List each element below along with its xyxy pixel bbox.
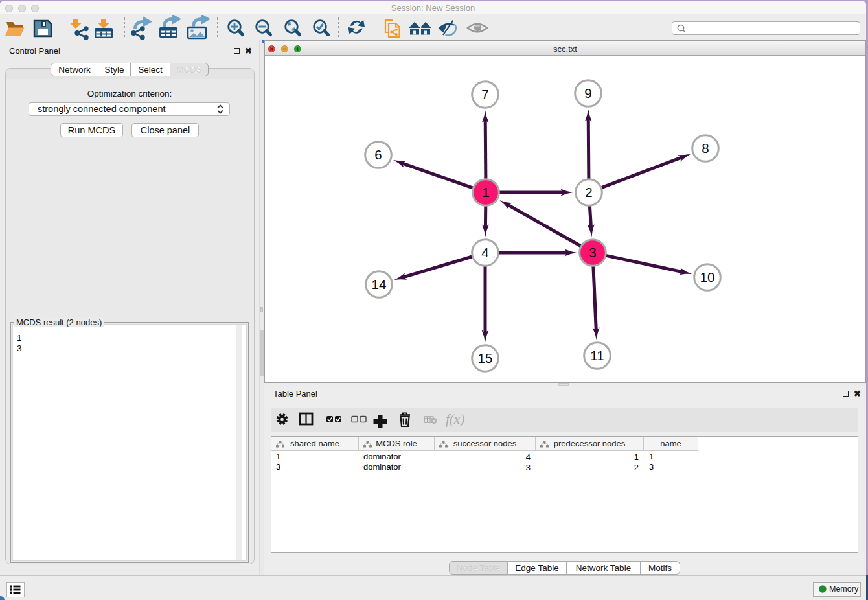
svg-text:7: 7 <box>481 87 488 102</box>
svg-text:6: 6 <box>374 147 382 162</box>
svg-text:10: 10 <box>700 270 715 284</box>
svg-text:14: 14 <box>372 277 387 292</box>
svg-text:2: 2 <box>585 185 592 200</box>
svg-text:8: 8 <box>702 141 709 156</box>
svg-text:15: 15 <box>478 351 493 365</box>
svg-text:4: 4 <box>481 245 488 260</box>
svg-text:9: 9 <box>584 86 591 100</box>
svg-text:1: 1 <box>482 185 489 200</box>
svg-text:f(x): f(x) <box>446 411 464 427</box>
svg-text:3: 3 <box>589 245 596 260</box>
svg-text:11: 11 <box>590 348 604 363</box>
